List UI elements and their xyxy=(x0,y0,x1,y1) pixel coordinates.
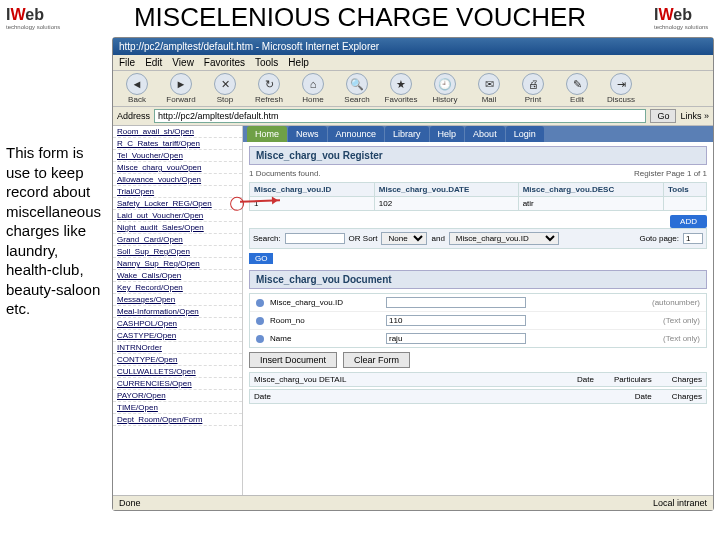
bullet-icon xyxy=(256,335,264,343)
mail-icon: ✉ xyxy=(478,73,500,95)
address-label: Address xyxy=(117,111,150,121)
sidebar-item[interactable]: Messages/Open xyxy=(113,294,242,306)
tab-library[interactable]: Library xyxy=(385,126,429,142)
address-input[interactable] xyxy=(154,109,646,123)
docs-found: 1 Documents found. xyxy=(249,169,321,178)
tab-home[interactable]: Home xyxy=(247,126,287,142)
sidebar-item[interactable]: TIME/Open xyxy=(113,402,242,414)
tb-back[interactable]: ◄Back xyxy=(117,73,157,104)
tb-mail[interactable]: ✉Mail xyxy=(469,73,509,104)
bullet-icon xyxy=(256,299,264,307)
field-input[interactable] xyxy=(386,333,526,344)
tb-refresh[interactable]: ↻Refresh xyxy=(249,73,289,104)
sidebar-item[interactable]: Laid_out_Voucher/Open xyxy=(113,210,242,222)
tb-favorites[interactable]: ★Favorites xyxy=(381,73,421,104)
sidebar-item[interactable]: Meal-Information/Open xyxy=(113,306,242,318)
tb-forward[interactable]: ►Forward xyxy=(161,73,201,104)
search-input[interactable] xyxy=(285,233,345,244)
sidebar-item[interactable]: Safety_Locker_REG/Open xyxy=(113,198,242,210)
orsort-label: OR Sort xyxy=(349,234,378,243)
sidebar-item[interactable]: INTRNOrder xyxy=(113,342,242,354)
col-header: Misce_charg_vou.DATE xyxy=(374,183,518,197)
go-button[interactable]: Go xyxy=(650,109,676,123)
tab-login[interactable]: Login xyxy=(506,126,544,142)
sidebar-item[interactable]: Trial/Open xyxy=(113,186,242,198)
status-left: Done xyxy=(119,498,141,508)
and-select[interactable]: Misce_charg_vou.ID xyxy=(449,232,559,245)
col-header: Misce_charg_vou.DESC xyxy=(518,183,663,197)
edit-icon: ✎ xyxy=(566,73,588,95)
insert-button[interactable]: Insert Document xyxy=(249,352,337,368)
tab-about[interactable]: About xyxy=(465,126,505,142)
sidebar-item[interactable]: Dept_Room/Open/Form xyxy=(113,414,242,426)
sidebar-item[interactable]: Allowance_vouch/Open xyxy=(113,174,242,186)
search-go[interactable]: GO xyxy=(249,253,273,264)
slide-title: MISCELENIOUS CHARGE VOUCHER xyxy=(0,0,720,33)
page-info: Register Page 1 of 1 xyxy=(634,169,707,178)
sidebar-item[interactable]: Nanny_Sup_Reg/Open xyxy=(113,258,242,270)
tb-history[interactable]: 🕘History xyxy=(425,73,465,104)
sidebar-item[interactable]: Room_avail_sh/Open xyxy=(113,126,242,138)
sidebar: Room_avail_sh/OpenR_C_Rates_tariff/OpenT… xyxy=(113,126,243,495)
sidebar-item[interactable]: Night_audit_Sales/Open xyxy=(113,222,242,234)
status-right: Local intranet xyxy=(653,498,707,508)
search-icon: 🔍 xyxy=(346,73,368,95)
field-hint: (Text only) xyxy=(663,334,700,343)
back-icon: ◄ xyxy=(126,73,148,95)
search-label: Search: xyxy=(253,234,281,243)
tb-discuss[interactable]: ⇥Discuss xyxy=(601,73,641,104)
add-button[interactable]: ADD xyxy=(670,215,707,228)
sidebar-item[interactable]: PAYOR/Open xyxy=(113,390,242,402)
history-icon: 🕘 xyxy=(434,73,456,95)
cell: 102 xyxy=(374,197,518,211)
refresh-icon: ↻ xyxy=(258,73,280,95)
sort-select[interactable]: None xyxy=(381,232,427,245)
sidebar-item[interactable]: Wake_Calls/Open xyxy=(113,270,242,282)
search-bar: Search: OR Sort None and Misce_charg_vou… xyxy=(249,228,707,249)
field-hint: (autonumber) xyxy=(652,298,700,307)
sidebar-item[interactable]: Key_Record/Open xyxy=(113,282,242,294)
sidebar-item[interactable]: Misce_charg_vou/Open xyxy=(113,162,242,174)
clear-button[interactable]: Clear Form xyxy=(343,352,410,368)
register-grid: Misce_charg_vou.IDMisce_charg_vou.DATEMi… xyxy=(249,182,707,211)
goto-input[interactable] xyxy=(683,233,703,244)
sidebar-item[interactable]: CULLWALLETS/Open xyxy=(113,366,242,378)
detail-row-l: Date xyxy=(254,392,271,401)
detail-title: Misce_charg_vou DETAIL xyxy=(254,375,346,384)
toolbar: ◄Back►Forward✕Stop↻Refresh⌂Home🔍Search★F… xyxy=(113,71,713,107)
field-label: Room_no xyxy=(270,316,380,325)
sidebar-item[interactable]: CASHPOL/Open xyxy=(113,318,242,330)
sidebar-item[interactable]: Tel_Voucher/Open xyxy=(113,150,242,162)
field-hint: (Text only) xyxy=(663,316,700,325)
logo-sub-r: technology solutions xyxy=(654,24,714,30)
menu-favorites[interactable]: Favorites xyxy=(204,57,245,68)
sidebar-item[interactable]: Grand_Card/Open xyxy=(113,234,242,246)
menu-edit[interactable]: Edit xyxy=(145,57,162,68)
sidebar-item[interactable]: CURRENCIES/Open xyxy=(113,378,242,390)
menu-view[interactable]: View xyxy=(172,57,194,68)
links-label[interactable]: Links » xyxy=(680,111,709,121)
tb-home[interactable]: ⌂Home xyxy=(293,73,333,104)
field-input[interactable] xyxy=(386,297,526,308)
tab-news[interactable]: News xyxy=(288,126,327,142)
tab-help[interactable]: Help xyxy=(430,126,465,142)
menu-help[interactable]: Help xyxy=(288,57,309,68)
doc-form: Misce_charg_vou.ID(autonumber)Room_no(Te… xyxy=(249,293,707,348)
sidebar-item[interactable]: CASTYPE/Open xyxy=(113,330,242,342)
cell xyxy=(663,197,706,211)
sidebar-item[interactable]: CONTYPE/Open xyxy=(113,354,242,366)
tb-edit[interactable]: ✎Edit xyxy=(557,73,597,104)
sidebar-item[interactable]: R_C_Rates_tariff/Open xyxy=(113,138,242,150)
tb-print[interactable]: 🖨Print xyxy=(513,73,553,104)
sidebar-item[interactable]: Soll_Sup_Reg/Open xyxy=(113,246,242,258)
field-input[interactable] xyxy=(386,315,526,326)
tab-announce[interactable]: Announce xyxy=(328,126,385,142)
tb-stop[interactable]: ✕Stop xyxy=(205,73,245,104)
tabs: HomeNewsAnnounceLibraryHelpAboutLogin xyxy=(243,126,713,142)
menu-tools[interactable]: Tools xyxy=(255,57,278,68)
favorites-icon: ★ xyxy=(390,73,412,95)
stop-icon: ✕ xyxy=(214,73,236,95)
home-icon: ⌂ xyxy=(302,73,324,95)
tb-search[interactable]: 🔍Search xyxy=(337,73,377,104)
menu-file[interactable]: File xyxy=(119,57,135,68)
